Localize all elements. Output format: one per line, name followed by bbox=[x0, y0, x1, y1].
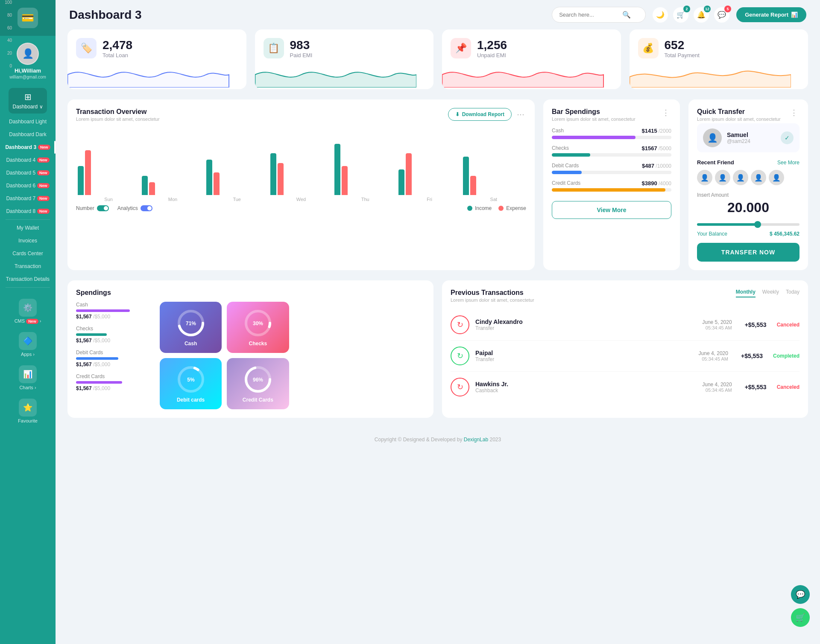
bar-teal-fri[interactable] bbox=[398, 169, 404, 195]
transfer-now-button[interactable]: TRANSFER NOW bbox=[697, 243, 800, 262]
chart-x-labels: SunMonTueWedThuFriSat bbox=[76, 197, 526, 202]
bar-red-sat[interactable] bbox=[470, 176, 476, 195]
tab-today[interactable]: Today bbox=[786, 289, 800, 297]
spendings-amounts-0: $1,567 /$5,000 bbox=[76, 314, 153, 320]
bar-spendings-more-button[interactable]: ⋮ bbox=[660, 108, 671, 117]
friend-avatar-2[interactable]: 👤 bbox=[715, 170, 730, 185]
quick-transfer-card: Quick Transfer Lorem ipsum dolor sit ame… bbox=[688, 99, 808, 270]
generate-report-button[interactable]: Generate Report 📊 bbox=[736, 7, 806, 22]
moon-icon-btn[interactable]: 🌙 bbox=[653, 7, 668, 23]
bar-group-thu bbox=[334, 144, 396, 195]
tab-weekly[interactable]: Weekly bbox=[762, 289, 779, 297]
cart-icon-btn[interactable]: 🛒 2 bbox=[673, 7, 688, 23]
tx-name-0: Cindy Alexandro bbox=[475, 318, 523, 325]
bar-red-fri[interactable] bbox=[406, 153, 412, 195]
sidebar-item-dashboard-light[interactable]: Dashboard Light bbox=[0, 115, 56, 128]
unpaid-emi-wave bbox=[442, 62, 604, 87]
sidebar-item-transaction-details[interactable]: Transaction Details bbox=[0, 273, 56, 286]
more-options-button[interactable]: ⋯ bbox=[515, 110, 526, 119]
sidebar-item-dashboard-5[interactable]: Dashboard 5 New bbox=[0, 166, 56, 179]
sidebar-item-invoices[interactable]: Invoices bbox=[0, 234, 56, 247]
sidebar-item-dashboard-3[interactable]: Dashboard 3 New bbox=[0, 141, 56, 154]
progress-bar-1 bbox=[552, 153, 671, 157]
amount-slider[interactable] bbox=[697, 223, 800, 226]
sidebar-item-dashboard-8[interactable]: Dashboard 8 New bbox=[0, 205, 56, 218]
view-more-button[interactable]: View More bbox=[552, 201, 671, 219]
logo-icon[interactable]: 💳 bbox=[18, 8, 38, 28]
transaction-overview-subtitle: Lorem ipsum dolor sit amet, consectetur bbox=[76, 117, 160, 122]
spendings-item-0: Cash $1,567 /$5,000 bbox=[76, 302, 153, 320]
see-more-link[interactable]: See More bbox=[777, 160, 800, 166]
sidebar-dashboard-btn[interactable]: ⊞ Dashboard ∨ bbox=[9, 88, 47, 114]
bar-teal-tue[interactable] bbox=[206, 160, 212, 195]
bar-red-thu[interactable] bbox=[342, 166, 348, 195]
friends-avatars: 👤 👤 👤 👤 👤 bbox=[697, 170, 800, 185]
bar-teal-wed[interactable] bbox=[270, 153, 276, 195]
sidebar-item-dashboard-4[interactable]: Dashboard 4 New bbox=[0, 154, 56, 166]
sidebar-item-cms[interactable]: ⚙️ CMS New bbox=[15, 294, 41, 328]
bar-group-mon bbox=[142, 176, 203, 195]
spendings-bar-1 bbox=[76, 333, 107, 336]
transfer-avatar: 👤 bbox=[703, 128, 722, 147]
sidebar-item-cards[interactable]: Cards Center bbox=[0, 247, 56, 260]
quick-transfer-subtitle: Lorem ipsum dolor sit amet, consectetur bbox=[697, 117, 781, 122]
bar-red-tue[interactable] bbox=[214, 172, 220, 195]
support-fab[interactable]: 💬 bbox=[791, 585, 810, 604]
bar-red-mon[interactable] bbox=[149, 182, 155, 195]
friend-avatar-4[interactable]: 👤 bbox=[751, 170, 766, 185]
spending-amounts-1: $1567 /5000 bbox=[641, 145, 671, 152]
bell-icon-btn[interactable]: 🔔 12 bbox=[694, 7, 709, 23]
friend-avatar-1[interactable]: 👤 bbox=[697, 170, 712, 185]
bar-teal-sun[interactable] bbox=[78, 166, 84, 195]
total-payment-number: 652 bbox=[665, 38, 700, 52]
spending-row-debit-cards: Debit Cards $487 /10000 bbox=[552, 163, 671, 174]
sidebar-item-dashboard-dark[interactable]: Dashboard Dark bbox=[0, 128, 56, 141]
sidebar-item-charts[interactable]: 📊 Charts bbox=[19, 361, 37, 394]
progress-fill-0 bbox=[552, 136, 636, 139]
spending-amounts-0: $1415 /2000 bbox=[641, 128, 671, 134]
cms-label: CMS New bbox=[15, 318, 41, 323]
bar-red-sun[interactable] bbox=[85, 150, 91, 195]
bar-teal-mon[interactable] bbox=[142, 176, 148, 195]
search-input[interactable] bbox=[559, 12, 619, 18]
sidebar-item-favourite[interactable]: ⭐ Favourite bbox=[18, 394, 38, 428]
tab-monthly[interactable]: Monthly bbox=[736, 289, 756, 297]
sidebar-item-dashboard-6[interactable]: Dashboard 6 New bbox=[0, 179, 56, 192]
favourite-icon: ⭐ bbox=[19, 399, 37, 417]
spendings-item-label-2: Debit Cards bbox=[76, 350, 153, 356]
quick-transfer-more-button[interactable]: ⋮ bbox=[788, 108, 800, 117]
bar-red-wed[interactable] bbox=[278, 163, 284, 195]
sidebar-item-transaction[interactable]: Transaction bbox=[0, 260, 56, 273]
x-label-tue: Tue bbox=[206, 197, 268, 202]
spending-label-0: Cash bbox=[552, 128, 564, 134]
sidebar-item-wallet[interactable]: My Wallet bbox=[0, 221, 56, 234]
footer-brand-link[interactable]: DexignLab bbox=[464, 437, 488, 443]
friend-avatar-5[interactable]: 👤 bbox=[769, 170, 784, 185]
analytics-toggle[interactable] bbox=[141, 205, 152, 211]
tx-date-2: June 4, 2020 05:34:45 AM bbox=[702, 382, 732, 393]
bar-teal-thu[interactable] bbox=[334, 144, 340, 195]
bar-teal-sat[interactable] bbox=[463, 157, 469, 195]
number-toggle[interactable] bbox=[97, 205, 109, 211]
cms-icon: ⚙️ bbox=[19, 299, 37, 317]
friend-avatar-3[interactable]: 👤 bbox=[733, 170, 748, 185]
search-bar[interactable]: 🔍 bbox=[552, 7, 646, 23]
topbar: Dashboard 3 🔍 🌙 🛒 2 🔔 12 💬 5 Generate Re… bbox=[56, 0, 820, 29]
tx-status-1: Completed bbox=[773, 353, 800, 359]
row2: Transaction Overview Lorem ipsum dolor s… bbox=[67, 99, 808, 270]
user-email: william@gmail.com bbox=[9, 75, 46, 79]
sidebar-item-apps[interactable]: 🔷 Apps bbox=[19, 328, 37, 361]
donut-label-1: Checks bbox=[249, 341, 267, 347]
spendings-bar-0 bbox=[76, 309, 130, 312]
username: Hi,William bbox=[15, 67, 41, 74]
download-report-button[interactable]: ⬇ Download Report bbox=[448, 108, 512, 121]
sidebar-item-dashboard-7[interactable]: Dashboard 7 New bbox=[0, 192, 56, 205]
badge-new: New bbox=[37, 196, 50, 201]
apps-label: Apps bbox=[21, 352, 35, 357]
cart-fab[interactable]: 🛒 bbox=[791, 608, 810, 627]
badge-new: New bbox=[37, 209, 50, 214]
paid-emi-number: 983 bbox=[290, 38, 313, 52]
tx-icon-2: ↻ bbox=[451, 378, 469, 396]
chat-icon-btn[interactable]: 💬 5 bbox=[714, 7, 729, 23]
spendings-item-2: Debit Cards $1,567 /$5,000 bbox=[76, 350, 153, 367]
